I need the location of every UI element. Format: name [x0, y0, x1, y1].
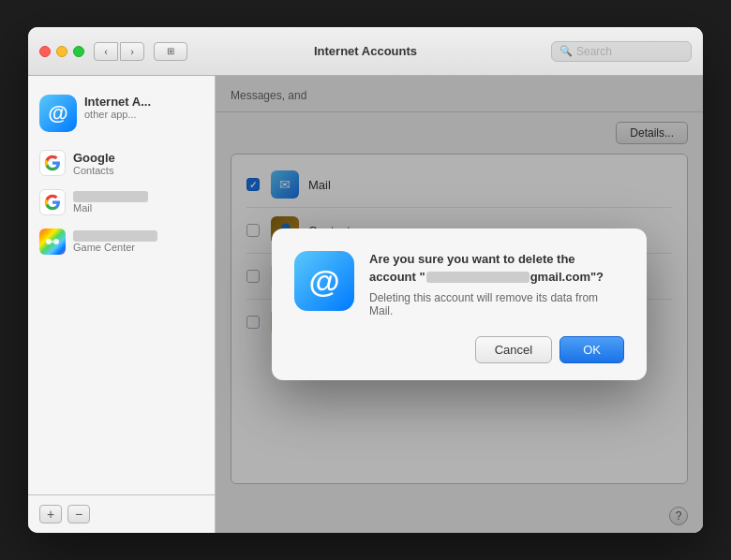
sidebar-item-internet-accounts[interactable]: @ Internet A... other app... [28, 87, 215, 140]
internet-accounts-subtitle: other app... [84, 109, 151, 120]
google-mail-info: Mail [73, 191, 148, 214]
internet-accounts-title: Internet A... [84, 95, 151, 109]
sidebar-item-google-contacts[interactable]: Google Contacts [28, 143, 215, 183]
traffic-lights [39, 46, 84, 57]
google-contacts-icon [39, 150, 66, 176]
remove-account-button[interactable]: − [67, 505, 90, 523]
game-center-icon [39, 228, 66, 255]
sidebar-footer: + − [28, 494, 215, 533]
modal-overlay: @ Are you sure you want to delete the ac… [216, 76, 703, 533]
modal-body: @ Are you sure you want to delete the ac… [294, 251, 624, 317]
maximize-button[interactable] [73, 46, 84, 57]
modal-text: Are you sure you want to delete the acco… [369, 251, 624, 317]
game-center-info: Game Center [73, 230, 157, 253]
svg-point-1 [53, 239, 59, 244]
nav-buttons: ‹ › [94, 42, 144, 61]
modal-at-icon: @ [294, 251, 354, 311]
blurred-email [426, 272, 530, 283]
search-placeholder: Search [576, 45, 612, 58]
ok-button[interactable]: OK [559, 336, 624, 363]
window-title: Internet Accounts [314, 44, 417, 58]
forward-button[interactable]: › [120, 42, 144, 61]
google-contacts-info: Google Contacts [73, 151, 115, 176]
sidebar-item-google-mail[interactable]: Mail [28, 183, 215, 222]
main-window: ‹ › ⊞ Internet Accounts 🔍 Search @ Inter… [28, 27, 703, 533]
main-panel: Messages, and Details... Mail Contacts [216, 76, 703, 533]
modal-buttons: Cancel OK [294, 336, 624, 363]
game-center-sub: Game Center [73, 242, 157, 253]
google-contacts-name: Google [73, 151, 115, 165]
google-contacts-sub: Contacts [73, 165, 115, 176]
search-box[interactable]: 🔍 Search [551, 41, 692, 62]
modal-title: Are you sure you want to delete the acco… [369, 251, 624, 285]
grid-button[interactable]: ⊞ [154, 42, 187, 61]
sidebar: @ Internet A... other app... Google Cont… [28, 76, 216, 533]
back-button[interactable]: ‹ [94, 42, 118, 61]
sidebar-item-game-center[interactable]: Game Center [28, 222, 215, 261]
blurred-account-name [73, 191, 148, 202]
modal-title-part1: " [419, 270, 425, 284]
blurred-game-center-name [73, 230, 157, 242]
google-mail-icon [39, 189, 66, 215]
modal-subtitle: Deleting this account will remove its da… [369, 291, 624, 317]
add-account-button[interactable]: + [39, 505, 62, 523]
close-button[interactable] [39, 46, 51, 57]
sidebar-top-text: Internet A... other app... [84, 95, 151, 120]
cancel-button[interactable]: Cancel [475, 336, 552, 363]
content-area: @ Internet A... other app... Google Cont… [28, 76, 703, 533]
search-icon: 🔍 [559, 45, 573, 57]
google-mail-sub: Mail [73, 202, 148, 214]
titlebar: ‹ › ⊞ Internet Accounts 🔍 Search [28, 27, 703, 76]
minimize-button[interactable] [56, 46, 67, 57]
svg-point-0 [46, 239, 52, 244]
delete-account-modal: @ Are you sure you want to delete the ac… [272, 228, 647, 379]
at-icon: @ [39, 95, 77, 132]
